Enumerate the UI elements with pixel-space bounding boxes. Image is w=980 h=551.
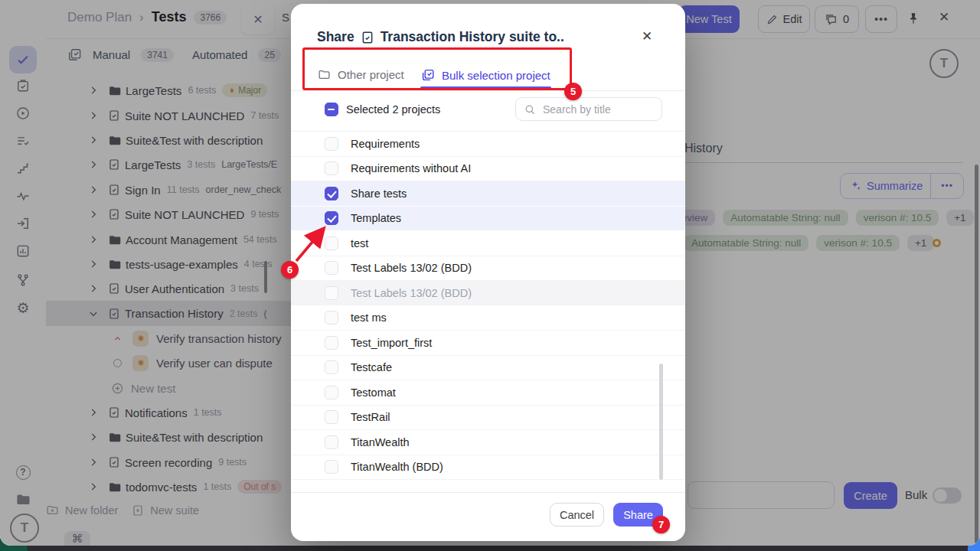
project-checkbox[interactable] (325, 236, 338, 250)
project-label: Requirements (351, 138, 420, 150)
modal-title-prefix: Share (317, 29, 354, 45)
project-label: Test Labels 13/02 (BDD) (351, 262, 472, 274)
select-all-row[interactable]: Selected 2 projects (325, 103, 440, 116)
project-label: Requirements without AI (351, 162, 471, 174)
modal-list-scrollbar[interactable] (659, 364, 663, 480)
project-checkbox[interactable] (325, 161, 338, 175)
project-label: Testcafe (351, 361, 392, 373)
project-row-selected[interactable]: Share tests (291, 181, 685, 207)
modal-close-button[interactable]: ✕ (642, 28, 652, 44)
search-box[interactable] (515, 97, 662, 121)
project-row-disabled: Test Labels 13/02 (BDD) (291, 281, 685, 306)
divider (291, 90, 685, 91)
modal-title: Share Transaction History suite to.. (317, 29, 564, 45)
project-row[interactable]: TitanWealth (BDD) (291, 455, 685, 481)
annotation-step-7: 7 (652, 516, 670, 533)
doc-check-icon (361, 31, 374, 44)
select-all-checkbox[interactable] (325, 103, 338, 116)
project-checkbox[interactable] (325, 435, 338, 449)
project-checkbox[interactable] (325, 410, 338, 424)
project-label: TitanWealth (351, 436, 410, 448)
project-row[interactable]: Test Labels 13/02 (BDD) (291, 256, 685, 282)
cancel-button[interactable]: Cancel (550, 503, 604, 527)
modal-title-suite: Transaction History suite to.. (381, 29, 564, 45)
divider (291, 492, 685, 493)
project-checkbox[interactable] (325, 311, 338, 324)
search-input[interactable] (541, 103, 644, 116)
project-checkbox[interactable] (325, 460, 338, 474)
project-label: Testomat (351, 386, 396, 399)
project-row[interactable]: Test_import_first (291, 331, 685, 356)
project-checkbox-checked[interactable] (325, 187, 338, 201)
project-checkbox[interactable] (325, 386, 338, 399)
cancel-label: Cancel (560, 509, 594, 521)
project-label: Templates (351, 212, 401, 224)
project-checkbox (325, 286, 338, 300)
project-checkbox[interactable] (325, 360, 338, 374)
project-row[interactable]: test ms (291, 306, 685, 331)
share-label: Share (623, 509, 653, 521)
search-icon (524, 103, 536, 116)
annotation-step-6: 6 (281, 261, 299, 279)
project-label: test ms (351, 311, 387, 324)
project-checkbox[interactable] (325, 336, 338, 350)
project-row[interactable]: Testomat (291, 380, 685, 406)
project-checkbox[interactable] (325, 137, 338, 151)
screen: Tǀ Demo Plan › Tests 3766 ✕ S Manual 374… (0, 0, 980, 551)
annotation-highlight-box (302, 47, 572, 90)
project-label: TitanWealth (BDD) (351, 461, 443, 473)
project-checkbox[interactable] (325, 261, 338, 275)
project-row[interactable]: TestRail (291, 406, 685, 431)
project-label: TestRail (351, 411, 390, 423)
project-label: Test Labels 13/02 (BDD) (351, 287, 472, 299)
project-label: Test_import_first (351, 337, 432, 349)
project-row[interactable]: Testcafe (291, 356, 685, 381)
close-icon: ✕ (642, 29, 652, 44)
project-row-selected[interactable]: Templates (291, 207, 685, 232)
project-label: Share tests (351, 187, 407, 200)
project-row[interactable]: TitanWealth (291, 430, 685, 455)
projects-list: Requirements Requirements without AI Sha… (291, 131, 685, 481)
annotation-step-5: 5 (564, 83, 582, 100)
project-row[interactable]: Requirements (291, 132, 685, 157)
selected-summary: Selected 2 projects (346, 103, 440, 116)
project-row[interactable]: test (291, 231, 685, 256)
project-checkbox-checked[interactable] (325, 211, 338, 225)
project-label: test (351, 237, 368, 249)
project-row[interactable]: Requirements without AI (291, 157, 685, 182)
